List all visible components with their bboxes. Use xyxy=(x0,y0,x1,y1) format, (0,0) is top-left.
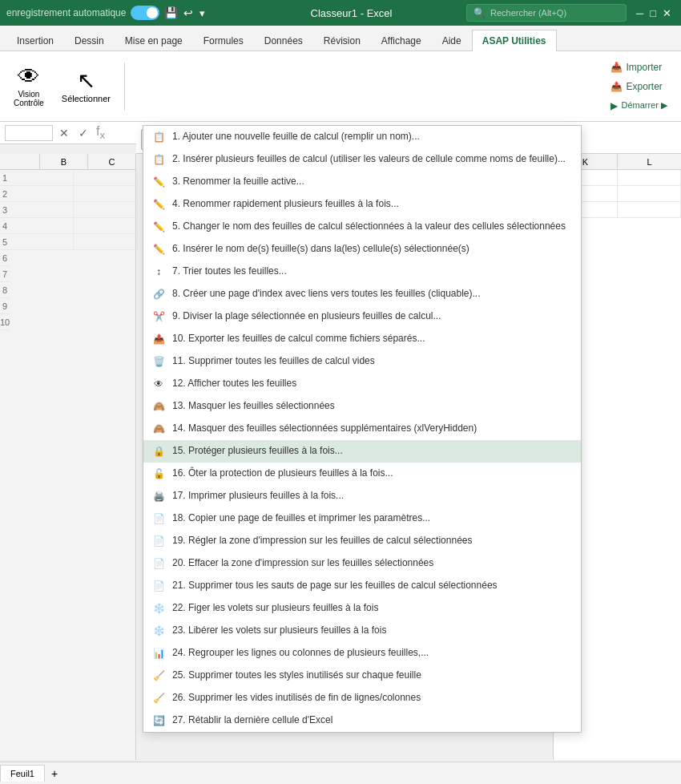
exporter-button[interactable]: 📤 Exporter xyxy=(603,78,675,95)
menu-item-10[interactable]: 📤 10. Exporter les feuilles de calcul co… xyxy=(143,328,581,350)
tab-mise-en-page[interactable]: Mise en page xyxy=(115,30,193,51)
menu-item-18[interactable]: 📄 18. Copier une page de feuilles et imp… xyxy=(143,507,581,530)
tab-donnees[interactable]: Données xyxy=(254,30,313,51)
sheet-row-4 xyxy=(10,218,138,234)
menu-icon-6: ✏️ xyxy=(151,242,166,257)
cell-C1[interactable] xyxy=(74,170,138,186)
menu-icon-17: 🖨️ xyxy=(151,489,166,503)
menu-icon-24: 📊 xyxy=(151,646,166,661)
search-box[interactable]: 🔍 Rechercher (Alt+Q) xyxy=(466,4,627,22)
menu-item-6[interactable]: ✏️ 6. Insérer le nom de(s) feuille(s) da… xyxy=(143,238,581,261)
menu-icon-27: 🔄 xyxy=(151,713,166,728)
row-num-6: 6 xyxy=(0,250,10,266)
cell-B3[interactable] xyxy=(10,202,74,218)
importer-icon: 📥 xyxy=(610,62,623,73)
menu-item-3[interactable]: ✏️ 3. Renommer la feuille active... xyxy=(143,171,581,193)
menu-item-25[interactable]: 🧹 25. Supprimer toutes les styles inutil… xyxy=(143,665,581,687)
importer-button[interactable]: 📥 Importer xyxy=(603,59,675,76)
menu-item-17[interactable]: 🖨️ 17. Imprimer plusieurs feuilles à la … xyxy=(143,485,581,507)
menu-icon-18: 📄 xyxy=(151,511,166,526)
name-box[interactable] xyxy=(5,125,53,141)
menu-item-23[interactable]: ❄️ 23. Libérer les volets sur plusieurs … xyxy=(143,620,581,642)
demarrer-button[interactable]: ▶ Démarrer ▶ xyxy=(603,97,675,115)
menu-item-26[interactable]: 🧹 26. Supprimer les vides inutilisés de … xyxy=(143,687,581,709)
menu-item-22[interactable]: ❄️ 22. Figer les volets sur plusieurs fe… xyxy=(143,597,581,620)
window-title: Classeur1 - Excel xyxy=(236,7,466,19)
menu-text-18: 18. Copier une page de feuilles et impri… xyxy=(172,512,573,525)
importer-label: Importer xyxy=(626,62,662,73)
menu-item-12[interactable]: 👁 12. Afficher toutes les feuilles xyxy=(143,373,581,395)
row-num-10: 10 xyxy=(0,314,10,330)
menu-item-2[interactable]: 📋 2. Insérer plusieurs feuilles de calcu… xyxy=(143,148,581,171)
menu-text-3: 3. Renommer la feuille active... xyxy=(172,176,573,188)
cell-L3[interactable] xyxy=(618,202,682,218)
menu-icon-3: ✏️ xyxy=(151,175,166,189)
window-controls: ─ □ ✕ xyxy=(627,7,675,19)
save-icon[interactable]: 💾 xyxy=(164,6,177,19)
menu-icon-4: ✏️ xyxy=(151,197,166,212)
more-options-icon[interactable]: ▾ xyxy=(199,7,205,19)
row-num-2: 2 xyxy=(0,186,10,202)
cell-B4[interactable] xyxy=(10,218,74,234)
cell-B1[interactable] xyxy=(10,170,74,186)
cell-L2[interactable] xyxy=(618,186,682,202)
maximize-icon[interactable]: □ xyxy=(650,7,656,19)
menu-item-16[interactable]: 🔓 16. Ôter la protection de plusieurs fe… xyxy=(143,463,581,485)
menu-icon-12: 👁 xyxy=(151,377,166,391)
minimize-icon[interactable]: ─ xyxy=(636,7,643,19)
cell-B2[interactable] xyxy=(10,186,74,202)
menu-item-8[interactable]: 🔗 8. Créer une page d'index avec liens v… xyxy=(143,283,581,305)
row-corner xyxy=(0,154,40,169)
undo-icon[interactable]: ↩ xyxy=(182,6,195,19)
feuilles-dropdown-menu: 📋 1. Ajouter une nouvelle feuille de cal… xyxy=(143,125,582,733)
cell-B5[interactable] xyxy=(10,234,74,250)
cell-C4[interactable] xyxy=(74,218,138,234)
cell-C2[interactable] xyxy=(74,186,138,202)
menu-item-1[interactable]: 📋 1. Ajouter une nouvelle feuille de cal… xyxy=(143,126,581,148)
row-num-4: 4 xyxy=(0,218,10,234)
tab-insertion[interactable]: Insertion xyxy=(6,30,64,51)
formula-confirm-icon[interactable]: ✓ xyxy=(75,127,91,139)
menu-item-13[interactable]: 🙈 13. Masquer les feuilles sélectionnées xyxy=(143,395,581,418)
menu-item-27[interactable]: 🔄 27. Rétablir la dernière cellule d'Exc… xyxy=(143,709,581,732)
menu-text-27: 27. Rétablir la dernière cellule d'Excel xyxy=(172,714,573,727)
tab-dessin[interactable]: Dessin xyxy=(64,30,115,51)
col-header-B: B xyxy=(40,154,88,169)
select-icon: ↖ xyxy=(77,70,95,92)
tab-revision[interactable]: Révision xyxy=(313,30,371,51)
close-icon[interactable]: ✕ xyxy=(663,7,671,19)
menu-text-11: 11. Supprimer toutes les feuilles de cal… xyxy=(172,355,573,368)
menu-item-5[interactable]: ✏️ 5. Changer le nom des feuilles de cal… xyxy=(143,216,581,238)
menu-item-19[interactable]: 📄 19. Régler la zone d'impression sur le… xyxy=(143,530,581,552)
menu-item-11[interactable]: 🗑️ 11. Supprimer toutes les feuilles de … xyxy=(143,350,581,373)
formula-cancel-icon[interactable]: ✕ xyxy=(56,127,72,139)
menu-item-21[interactable]: 📄 21. Supprimer tous les sauts de page s… xyxy=(143,575,581,597)
tab-asap-utilities[interactable]: ASAP Utilities xyxy=(472,30,557,51)
add-sheet-button[interactable]: + xyxy=(45,764,64,783)
menu-item-9[interactable]: ✂️ 9. Diviser la plage sélectionnée en p… xyxy=(143,305,581,328)
menu-item-4[interactable]: ✏️ 4. Renommer rapidement plusieurs feui… xyxy=(143,193,581,216)
auto-save-toggle[interactable] xyxy=(131,6,159,20)
menu-item-7[interactable]: ↕️ 7. Trier toutes les feuilles... xyxy=(143,261,581,283)
menu-text-7: 7. Trier toutes les feuilles... xyxy=(172,265,573,278)
selectionner-button[interactable]: ↖ Sélectionner xyxy=(54,66,118,107)
menu-text-19: 19. Régler la zone d'impression sur les … xyxy=(172,535,573,548)
menu-item-20[interactable]: 📄 20. Effacer la zone d'impression sur l… xyxy=(143,552,581,575)
menu-text-8: 8. Créer une page d'index avec liens ver… xyxy=(172,288,573,301)
menu-icon-7: ↕️ xyxy=(151,265,166,279)
tab-aide[interactable]: Aide xyxy=(432,30,472,51)
menu-item-15[interactable]: 🔒 15. Protéger plusieurs feuilles à la f… xyxy=(143,440,581,463)
cell-L1[interactable] xyxy=(618,170,682,186)
menu-text-14: 14. Masquer des feuilles sélectionnées s… xyxy=(172,422,573,435)
sheet-tab-1[interactable]: Feuil1 xyxy=(0,765,45,782)
tab-affichage[interactable]: Affichage xyxy=(371,30,432,51)
vision-controle-button[interactable]: 👁 Vision Contrôle xyxy=(6,62,51,111)
menu-item-24[interactable]: 📊 24. Regrouper les lignes ou colonnes d… xyxy=(143,642,581,665)
menu-item-14[interactable]: 🙈 14. Masquer des feuilles sélectionnées… xyxy=(143,418,581,440)
vision-label: Vision Contrôle xyxy=(14,90,44,107)
menu-text-25: 25. Supprimer toutes les styles inutilis… xyxy=(172,669,573,682)
cell-C5[interactable] xyxy=(74,234,138,250)
tab-formules[interactable]: Formules xyxy=(193,30,254,51)
menu-text-4: 4. Renommer rapidement plusieurs feuille… xyxy=(172,198,573,211)
cell-C3[interactable] xyxy=(74,202,138,218)
